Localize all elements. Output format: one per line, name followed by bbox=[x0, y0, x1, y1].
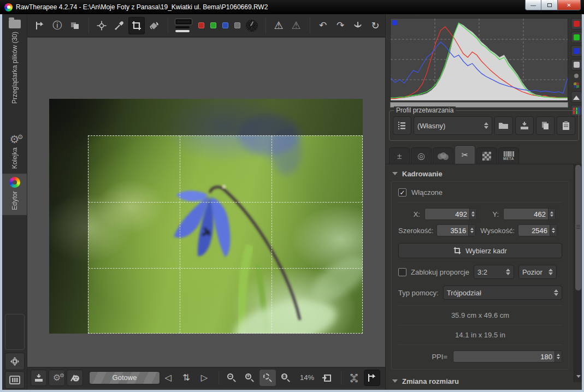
tab-raw[interactable] bbox=[476, 147, 497, 164]
profile-save-button[interactable] bbox=[515, 116, 534, 135]
fullscreen-button[interactable]: ⇖⇗ ⇙⇘ bbox=[346, 370, 362, 386]
chevron-updown-icon bbox=[548, 266, 553, 277]
app-window: Przeglądarka plików (30) ⚙⚙ Kolejka Edyt… bbox=[2, 14, 582, 390]
queue-image-button[interactable]: ⚙⚙ bbox=[49, 370, 65, 386]
info-button[interactable]: ⓘ bbox=[49, 17, 66, 34]
barcode-icon bbox=[504, 151, 514, 157]
profile-paste-button[interactable] bbox=[557, 116, 575, 135]
crop-enabled-checkbox[interactable]: ✓ bbox=[398, 188, 406, 197]
resize-expander[interactable]: Zmiana rozmiaru bbox=[391, 375, 569, 389]
spinner-arrows[interactable] bbox=[548, 209, 555, 219]
histogram-green-toggle[interactable] bbox=[571, 32, 582, 43]
circular-arrow-icon: ↻ bbox=[371, 20, 379, 32]
tab-queue[interactable]: ⚙⚙ Kolejka bbox=[2, 131, 27, 173]
zoom-out-button[interactable]: − bbox=[223, 370, 240, 386]
profile-copy-button[interactable] bbox=[536, 116, 554, 135]
profile-fill-mode-button[interactable] bbox=[393, 116, 411, 135]
zoom-fit-button[interactable] bbox=[259, 370, 276, 386]
spinner-arrows[interactable] bbox=[550, 225, 557, 236]
shadow-clip-button[interactable]: ⚠ bbox=[288, 17, 304, 34]
highlight-clip-button[interactable]: ⚠ bbox=[270, 17, 287, 34]
meta-label: META bbox=[503, 157, 514, 161]
sort-toggle-button[interactable]: ⇅ bbox=[178, 370, 194, 386]
titlebar: RawTherapee 4.2.74 - E:\An\Moje Foty z P… bbox=[0, 0, 584, 14]
palette-brush-icon bbox=[70, 373, 80, 382]
tab-transform[interactable]: ✂ bbox=[455, 145, 475, 164]
previous-image-button[interactable]: ◁ bbox=[160, 370, 176, 386]
pan-navigator-button[interactable] bbox=[5, 353, 25, 370]
white-balance-picker-button[interactable] bbox=[111, 17, 127, 34]
crop-y-spinner[interactable]: 462 bbox=[503, 208, 556, 220]
photo-preview[interactable] bbox=[49, 99, 363, 334]
save-image-button[interactable] bbox=[31, 370, 47, 386]
ratio-value: 3:2 bbox=[477, 268, 504, 276]
crop-width-value: 3516 bbox=[437, 227, 468, 235]
tab-detail[interactable]: ◎ bbox=[411, 147, 432, 164]
scrollbar-thumb[interactable] bbox=[575, 165, 581, 290]
crop-expander[interactable]: Kadrowanie bbox=[391, 168, 569, 181]
refresh-preview-button[interactable]: ↻ bbox=[367, 17, 384, 34]
color-picker-button[interactable] bbox=[93, 17, 110, 34]
tab-editor[interactable]: Edytor bbox=[2, 174, 27, 215]
orientation-select[interactable]: Pozior bbox=[518, 265, 557, 279]
tab-exposure[interactable]: ± bbox=[389, 147, 410, 164]
gears-icon: ⚙⚙ bbox=[10, 134, 20, 144]
tab-metadata[interactable]: META bbox=[498, 147, 519, 164]
snapshot-button[interactable] bbox=[350, 17, 366, 34]
crop-region[interactable] bbox=[88, 135, 363, 334]
preview-background-button[interactable] bbox=[173, 17, 194, 34]
spinner-arrows[interactable] bbox=[469, 209, 476, 219]
ratio-select[interactable]: 3:2 bbox=[474, 265, 514, 279]
minimize-button[interactable]: — bbox=[525, 0, 541, 10]
external-editor-button[interactable] bbox=[67, 370, 83, 386]
straighten-tool-button[interactable] bbox=[146, 17, 162, 34]
histogram-full-toggle[interactable] bbox=[571, 91, 582, 103]
chromaticity-toggle[interactable] bbox=[574, 74, 579, 78]
close-button[interactable]: ✕ bbox=[558, 0, 581, 10]
filmstrip-toggle-button[interactable] bbox=[5, 371, 25, 389]
tool-panel-scrollbar[interactable] bbox=[574, 164, 582, 382]
chevron-updown-icon bbox=[554, 287, 558, 298]
scrollbar-down-arrow[interactable] bbox=[575, 373, 581, 381]
lock-ratio-checkbox[interactable] bbox=[398, 268, 406, 276]
profile-select[interactable]: (Własny) bbox=[414, 116, 492, 135]
preview-luminosity-button[interactable] bbox=[232, 17, 243, 34]
preview-blue-button[interactable] bbox=[220, 17, 231, 34]
ppi-value: 180 bbox=[453, 353, 554, 361]
tab-color[interactable] bbox=[433, 147, 453, 164]
select-crop-button[interactable]: Wybierz kadr bbox=[398, 243, 562, 258]
before-after-button[interactable] bbox=[67, 17, 83, 34]
tab-file-browser[interactable]: Przeglądarka plików (30) bbox=[2, 16, 27, 130]
next-image-button[interactable]: ▷ bbox=[196, 370, 213, 386]
crop-tool-button[interactable] bbox=[128, 17, 145, 34]
spinner-arrows[interactable] bbox=[468, 225, 475, 236]
lock-ratio-row: Zablokuj proporcje 3:2 Pozior bbox=[398, 265, 562, 279]
histogram-red-toggle[interactable] bbox=[571, 18, 582, 29]
crop-width-spinner[interactable]: 3516 bbox=[436, 224, 476, 236]
crop-height-value: 2546 bbox=[518, 227, 550, 235]
zoom-in-button[interactable]: + bbox=[241, 370, 258, 386]
before-after-icon bbox=[70, 21, 80, 30]
right-panel: Profil przetwarzania (Własny) bbox=[385, 14, 582, 390]
profile-open-button[interactable] bbox=[494, 116, 513, 135]
histogram-blue-toggle[interactable] bbox=[571, 45, 582, 57]
guide-select[interactable]: Trójpodział bbox=[443, 286, 562, 300]
close-icon: ✕ bbox=[567, 2, 571, 8]
maximize-button[interactable] bbox=[541, 0, 558, 10]
raw-histogram-toggle[interactable] bbox=[574, 82, 579, 88]
focus-mask-button[interactable] bbox=[244, 17, 260, 34]
undo-button[interactable]: ↶ bbox=[315, 17, 331, 34]
crop-height-spinner[interactable]: 2546 bbox=[518, 224, 557, 236]
spinner-arrows[interactable] bbox=[554, 351, 562, 362]
preview-red-button[interactable] bbox=[196, 17, 207, 34]
redo-button[interactable]: ↷ bbox=[332, 17, 349, 34]
profile-controls: (Własny) bbox=[393, 116, 575, 135]
preview-green-button[interactable] bbox=[208, 17, 219, 34]
crop-x-spinner[interactable]: 492 bbox=[424, 208, 477, 220]
zoom-100-button[interactable]: 1:1 bbox=[278, 370, 294, 386]
hand-tool-button[interactable] bbox=[32, 17, 48, 34]
ppi-spinner[interactable]: 180 bbox=[453, 351, 562, 363]
detail-window-button[interactable] bbox=[318, 370, 335, 386]
hand-tool-toggle-button[interactable] bbox=[364, 370, 380, 386]
histogram-luma-toggle[interactable] bbox=[571, 59, 582, 70]
